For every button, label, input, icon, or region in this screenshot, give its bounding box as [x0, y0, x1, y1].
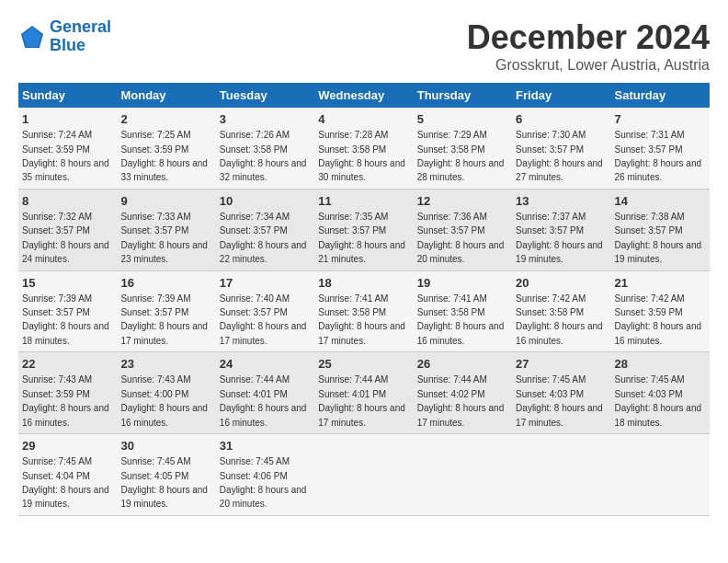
calendar-cell: 21 Sunrise: 7:42 AM Sunset: 3:59 PM Dayl…	[611, 270, 710, 352]
sunset-info: Sunset: 4:03 PM	[516, 389, 584, 399]
day-number: 21	[615, 275, 706, 292]
col-friday: Friday	[512, 83, 610, 108]
sunset-info: Sunset: 4:00 PM	[120, 389, 188, 399]
sunset-info: Sunset: 3:57 PM	[318, 225, 386, 236]
day-number: 9	[120, 193, 211, 210]
day-number: 10	[220, 193, 311, 210]
day-number: 5	[417, 111, 508, 128]
daylight-info: Daylight: 8 hours and 30 minutes.	[318, 158, 405, 182]
daylight-info: Daylight: 8 hours and 33 minutes.	[120, 158, 208, 182]
daylight-info: Daylight: 8 hours and 18 minutes.	[22, 321, 109, 345]
sunrise-info: Sunrise: 7:30 AM	[516, 130, 586, 140]
calendar-cell: 19 Sunrise: 7:41 AM Sunset: 3:58 PM Dayl…	[414, 270, 512, 352]
daylight-info: Daylight: 8 hours and 16 minutes.	[417, 321, 505, 345]
calendar-cell: 12 Sunrise: 7:36 AM Sunset: 3:57 PM Dayl…	[414, 189, 512, 270]
daylight-info: Daylight: 8 hours and 23 minutes.	[120, 240, 208, 264]
sunrise-info: Sunrise: 7:35 AM	[318, 212, 388, 222]
title-area: December 2024 Grosskrut, Lower Austria, …	[467, 18, 710, 74]
sunset-info: Sunset: 3:57 PM	[120, 307, 188, 317]
daylight-info: Daylight: 8 hours and 18 minutes.	[615, 403, 702, 427]
sunrise-info: Sunrise: 7:34 AM	[220, 212, 290, 222]
table-row: 1 Sunrise: 7:24 AM Sunset: 3:59 PM Dayli…	[18, 108, 710, 189]
daylight-info: Daylight: 8 hours and 17 minutes.	[318, 321, 405, 345]
calendar-cell: 23 Sunrise: 7:43 AM Sunset: 4:00 PM Dayl…	[117, 352, 215, 434]
daylight-info: Daylight: 8 hours and 27 minutes.	[516, 158, 603, 182]
day-number: 22	[22, 356, 113, 373]
sunrise-info: Sunrise: 7:41 AM	[318, 293, 388, 304]
sunset-info: Sunset: 3:57 PM	[220, 225, 288, 236]
day-number: 6	[516, 111, 607, 128]
day-number: 15	[22, 275, 113, 292]
sunrise-info: Sunrise: 7:26 AM	[220, 130, 290, 140]
sunset-info: Sunset: 3:59 PM	[22, 144, 90, 155]
logo-line1: General	[50, 17, 111, 36]
daylight-info: Daylight: 8 hours and 21 minutes.	[318, 240, 405, 264]
day-number: 27	[516, 356, 607, 373]
calendar-cell: 15 Sunrise: 7:39 AM Sunset: 3:57 PM Dayl…	[18, 270, 117, 352]
sunset-info: Sunset: 3:59 PM	[22, 389, 90, 399]
calendar-cell: 8 Sunrise: 7:32 AM Sunset: 3:57 PM Dayli…	[18, 189, 117, 270]
daylight-info: Daylight: 8 hours and 20 minutes.	[417, 240, 505, 264]
sunset-info: Sunset: 3:58 PM	[318, 144, 386, 155]
calendar-cell: 3 Sunrise: 7:26 AM Sunset: 3:58 PM Dayli…	[216, 108, 314, 189]
day-number: 23	[120, 356, 211, 373]
day-number: 3	[220, 111, 311, 128]
daylight-info: Daylight: 8 hours and 17 minutes.	[516, 403, 603, 427]
day-number: 13	[516, 193, 607, 210]
sunset-info: Sunset: 3:57 PM	[22, 307, 90, 317]
col-wednesday: Wednesday	[314, 83, 413, 108]
sunset-info: Sunset: 3:57 PM	[516, 225, 584, 236]
logo-icon	[18, 23, 46, 51]
sunset-info: Sunset: 3:58 PM	[516, 307, 584, 317]
calendar-cell: 7 Sunrise: 7:31 AM Sunset: 3:57 PM Dayli…	[611, 108, 710, 189]
calendar-cell	[314, 434, 413, 516]
daylight-info: Daylight: 8 hours and 16 minutes.	[615, 321, 702, 345]
sunrise-info: Sunrise: 7:45 AM	[120, 456, 190, 466]
sunrise-info: Sunrise: 7:32 AM	[22, 212, 92, 222]
sunrise-info: Sunrise: 7:29 AM	[417, 130, 487, 140]
calendar-cell: 29 Sunrise: 7:45 AM Sunset: 4:04 PM Dayl…	[18, 434, 117, 516]
day-number: 24	[220, 356, 311, 373]
calendar-cell: 26 Sunrise: 7:44 AM Sunset: 4:02 PM Dayl…	[414, 352, 512, 434]
calendar-cell: 5 Sunrise: 7:29 AM Sunset: 3:58 PM Dayli…	[414, 108, 512, 189]
day-number: 2	[120, 111, 211, 128]
day-number: 12	[417, 193, 508, 210]
daylight-info: Daylight: 8 hours and 26 minutes.	[615, 158, 702, 182]
col-monday: Monday	[117, 83, 215, 108]
daylight-info: Daylight: 8 hours and 32 minutes.	[220, 158, 307, 182]
logo-line2: Blue	[50, 36, 85, 54]
daylight-info: Daylight: 8 hours and 24 minutes.	[22, 240, 109, 264]
logo-text: General Blue	[50, 18, 111, 55]
daylight-info: Daylight: 8 hours and 35 minutes.	[22, 158, 109, 182]
calendar-cell: 1 Sunrise: 7:24 AM Sunset: 3:59 PM Dayli…	[18, 108, 117, 189]
table-row: 22 Sunrise: 7:43 AM Sunset: 3:59 PM Dayl…	[18, 352, 710, 434]
calendar-cell: 9 Sunrise: 7:33 AM Sunset: 3:57 PM Dayli…	[117, 189, 215, 270]
sunrise-info: Sunrise: 7:28 AM	[318, 130, 388, 140]
day-number: 28	[615, 356, 706, 373]
calendar-cell: 16 Sunrise: 7:39 AM Sunset: 3:57 PM Dayl…	[117, 270, 215, 352]
sunrise-info: Sunrise: 7:25 AM	[120, 130, 190, 140]
sunset-info: Sunset: 3:59 PM	[120, 144, 188, 155]
sunset-info: Sunset: 4:06 PM	[220, 471, 288, 481]
day-number: 4	[318, 111, 409, 128]
sunset-info: Sunset: 3:57 PM	[22, 225, 90, 236]
daylight-info: Daylight: 8 hours and 19 minutes.	[615, 240, 702, 264]
col-sunday: Sunday	[18, 83, 117, 108]
calendar-cell: 17 Sunrise: 7:40 AM Sunset: 3:57 PM Dayl…	[216, 270, 314, 352]
location-title: Grosskrut, Lower Austria, Austria	[467, 57, 710, 74]
daylight-info: Daylight: 8 hours and 16 minutes.	[22, 403, 109, 427]
svg-marker-1	[23, 28, 41, 47]
calendar-cell: 28 Sunrise: 7:45 AM Sunset: 4:03 PM Dayl…	[611, 352, 710, 434]
sunset-info: Sunset: 3:57 PM	[615, 225, 683, 236]
day-number: 7	[615, 111, 706, 128]
sunrise-info: Sunrise: 7:45 AM	[220, 456, 290, 466]
table-row: 15 Sunrise: 7:39 AM Sunset: 3:57 PM Dayl…	[18, 270, 710, 352]
day-number: 29	[22, 438, 113, 454]
sunrise-info: Sunrise: 7:39 AM	[120, 293, 190, 304]
daylight-info: Daylight: 8 hours and 17 minutes.	[318, 403, 405, 427]
daylight-info: Daylight: 8 hours and 20 minutes.	[220, 485, 307, 509]
daylight-info: Daylight: 8 hours and 17 minutes.	[417, 403, 505, 427]
logo: General Blue	[18, 18, 111, 55]
day-number: 11	[318, 193, 409, 210]
calendar-cell: 20 Sunrise: 7:42 AM Sunset: 3:58 PM Dayl…	[512, 270, 610, 352]
